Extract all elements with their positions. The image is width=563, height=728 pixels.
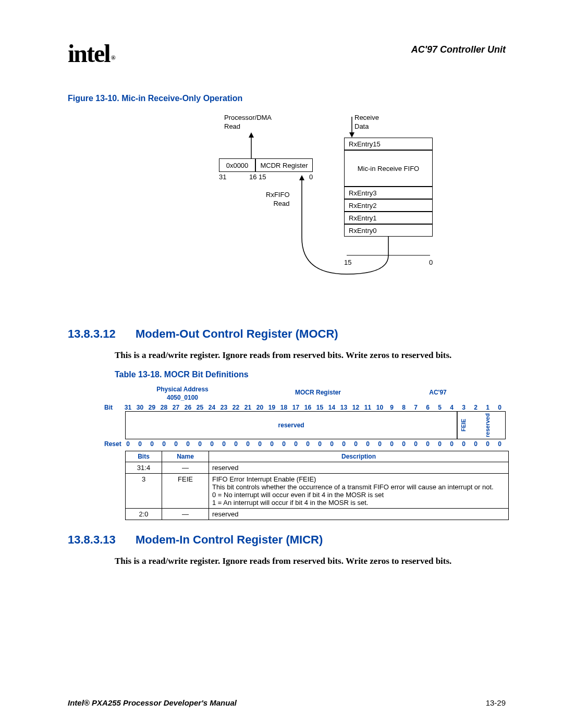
box-micin-fifo: Mic-in Receive FIFO (344, 150, 433, 187)
footer-page: 13-29 (486, 698, 506, 707)
intel-logo: intel® (68, 39, 114, 68)
label-proc-dma: Processor/DMA Read (224, 114, 272, 131)
col-bits: Bits (126, 451, 162, 462)
reset-val: 0 (206, 440, 218, 448)
reset-val: 0 (398, 440, 410, 448)
bit-num: 28 (158, 404, 170, 411)
reset-val: 0 (446, 440, 458, 448)
bit-num: 29 (146, 404, 158, 411)
curve-arrow-icon (300, 206, 435, 279)
box-mcdr: MCDR Register (255, 158, 313, 172)
bit-num: 20 (254, 404, 266, 411)
bit-num: 12 (350, 404, 362, 411)
bit-num: 27 (170, 404, 182, 411)
box-0x0000: 0x0000 (219, 158, 255, 172)
reset-val: 0 (386, 440, 398, 448)
reset-val: 0 (326, 440, 338, 448)
bit-num: 31 (122, 404, 134, 411)
reg-unit: AC'97 (391, 386, 485, 402)
bit-num: 30 (134, 404, 146, 411)
bit-num: 26 (182, 404, 194, 411)
svg-marker-3 (299, 175, 304, 180)
table-row: 2:0—reserved (126, 509, 509, 520)
table-row: 31:4—reserved (126, 462, 509, 474)
reset-val: 0 (374, 440, 386, 448)
arrow-up-icon (248, 132, 255, 158)
reset-val: 0 (278, 440, 290, 448)
reset-val: 0 (182, 440, 194, 448)
bit-num: 25 (194, 404, 206, 411)
label-31: 31 (219, 173, 226, 181)
section-title: Modem-Out Control Register (MOCR) (136, 327, 338, 341)
svg-marker-5 (349, 132, 354, 138)
field-reserved-low: reserved (470, 412, 505, 439)
reset-val: 0 (254, 440, 266, 448)
bit-num: 14 (326, 404, 338, 411)
reset-val: 0 (434, 440, 446, 448)
bit-num: 13 (338, 404, 350, 411)
bit-num: 9 (386, 404, 398, 411)
box-rxentry3: RxEntry3 (344, 187, 433, 199)
reset-val: 0 (410, 440, 422, 448)
bit-num: 8 (398, 404, 410, 411)
reset-val: 0 (362, 440, 374, 448)
reset-row: Reset 00000000000000000000000000000000 (104, 440, 506, 448)
bit-num: 7 (410, 404, 422, 411)
label-rxfifo-read: RxFIFO Read (266, 191, 290, 208)
figure-caption: Figure 13-10. Mic-in Receive-Only Operat… (68, 94, 506, 103)
bit-description-table: Bits Name Description 31:4—reserved3FEIE… (125, 451, 509, 520)
bit-name-row: reserved FEIE reserved (125, 411, 506, 439)
bit-num: 3 (458, 404, 470, 411)
bit-num: 15 (314, 404, 326, 411)
reset-val: 0 (302, 440, 314, 448)
footer-manual: Intel® PXA255 Processor Developer's Manu… (68, 698, 237, 707)
reset-val: 0 (122, 440, 134, 448)
reset-val: 0 (266, 440, 278, 448)
bit-num: 1 (482, 404, 494, 411)
reset-val: 0 (146, 440, 158, 448)
label-receive-data: Receive Data (354, 114, 379, 131)
reset-val: 0 (494, 440, 506, 448)
reset-val: 0 (470, 440, 482, 448)
bit-num: 11 (362, 404, 374, 411)
section-number: 13.8.3.12 (68, 327, 115, 341)
reset-val: 0 (314, 440, 326, 448)
bit-num: 0 (494, 404, 506, 411)
arrow-down-icon (348, 117, 356, 138)
bit-num: 17 (290, 404, 302, 411)
label-16-15: 16 15 (249, 173, 266, 181)
bit-num: 23 (218, 404, 230, 411)
label-0: 0 (309, 173, 313, 181)
col-name: Name (162, 451, 209, 462)
reset-val: 0 (230, 440, 242, 448)
table-row: 3FEIEFIFO Error Interrupt Enable (FEIE) … (126, 474, 509, 509)
section-heading-micr: 13.8.3.13 Modem-In Control Register (MIC… (68, 533, 506, 547)
reset-val: 0 (242, 440, 254, 448)
bit-num: 18 (278, 404, 290, 411)
reset-val: 0 (482, 440, 494, 448)
reset-val: 0 (170, 440, 182, 448)
section-body-micr: This is a read/write register. Ignore re… (115, 556, 506, 566)
bit-num: 10 (374, 404, 386, 411)
phys-addr: Physical Address4050_0100 (120, 386, 245, 402)
table-caption-mocr: Table 13-18. MOCR Bit Definitions (115, 370, 506, 379)
reset-val: 0 (158, 440, 170, 448)
section-heading-mocr: 13.8.3.12 Modem-Out Control Register (MO… (68, 327, 506, 341)
reset-val: 0 (338, 440, 350, 448)
bit-number-row: Bit 313029282726252423222120191817161514… (104, 404, 506, 411)
figure-diagram: Processor/DMA Read 0x0000 MCDR Register … (146, 114, 506, 312)
bit-num: 24 (206, 404, 218, 411)
bit-num: 4 (446, 404, 458, 411)
reset-val: 0 (350, 440, 362, 448)
box-rxentry15: RxEntry15 (344, 138, 433, 150)
bit-num: 19 (266, 404, 278, 411)
bit-num: 6 (422, 404, 434, 411)
reset-val: 0 (458, 440, 470, 448)
bit-num: 22 (230, 404, 242, 411)
reg-name: MOCR Register (245, 386, 391, 402)
section-title: Modem-In Control Register (MICR) (136, 533, 323, 547)
bit-num: 16 (302, 404, 314, 411)
reset-val: 0 (134, 440, 146, 448)
section-number: 13.8.3.13 (68, 533, 115, 547)
field-feie: FEIE (457, 412, 470, 439)
